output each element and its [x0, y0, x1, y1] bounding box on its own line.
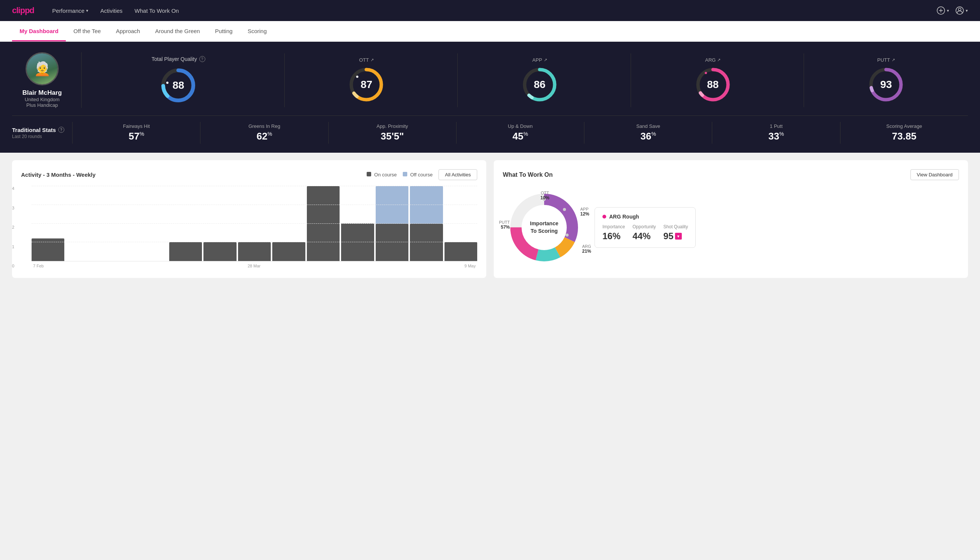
off-course-bar [376, 186, 408, 224]
bar-group [307, 186, 339, 261]
putt-section: PUTT ↗ 93 [804, 53, 968, 107]
bar-group [376, 186, 408, 261]
stat-proximity-label: App. Proximity [376, 123, 408, 129]
stat-oneputt-label: 1 Putt [770, 123, 782, 129]
view-dashboard-button[interactable]: View Dashboard [910, 169, 959, 180]
chart-header: Activity - 3 Months - Weekly On course O… [21, 169, 477, 180]
tab-my-dashboard[interactable]: My Dashboard [12, 21, 66, 42]
player-name: Blair McHarg [23, 89, 62, 97]
traditional-stats: Traditional Stats ? Last 20 rounds Fairw… [12, 122, 968, 144]
stat-greens-value: 62% [256, 130, 272, 142]
tab-putting[interactable]: Putting [208, 21, 240, 42]
on-course-bar [341, 223, 374, 261]
info-metrics: Importance 16% Opportunity 44% Shot Qual… [602, 224, 688, 242]
stat-oneputt: 1 Putt 33% [712, 122, 840, 144]
shot-quality-badge: ▼ [675, 233, 682, 240]
info-card-title: ARG Rough [602, 213, 688, 220]
bar-group [341, 186, 374, 261]
bar-group [238, 186, 271, 261]
on-course-bar [203, 242, 236, 261]
x-axis-labels: 7 Feb 28 Mar 9 May [32, 263, 477, 268]
putt-score: 93 [880, 78, 892, 91]
on-course-bar [307, 186, 339, 261]
chart-title: Activity - 3 Months - Weekly [21, 172, 95, 178]
tpq-label: Total Player Quality ? [151, 56, 205, 62]
tab-bar: My Dashboard Off the Tee Approach Around… [0, 21, 980, 42]
svg-point-30 [566, 233, 569, 237]
arg-ext-label: ARG 21% [582, 244, 591, 254]
opportunity-value: 44% [632, 231, 656, 242]
avatar: 🧑‍🦳 [26, 52, 59, 85]
user-profile-button[interactable]: ▾ [955, 6, 968, 15]
arg-trend-icon: ↗ [717, 58, 720, 62]
logo[interactable]: clippd [12, 6, 34, 15]
nav-right-actions: ▾ ▾ [937, 6, 968, 15]
on-course-legend: On course [367, 172, 397, 178]
hero-divider [12, 115, 968, 116]
ott-score: 87 [361, 78, 372, 91]
off-course-legend: Off course [403, 172, 433, 178]
top-nav: clippd Performance ▾ Activities What To … [0, 0, 980, 21]
bar-chart-wrapper: 4 3 2 1 0 7 Feb 28 [21, 186, 477, 268]
add-button[interactable]: ▾ [937, 6, 949, 15]
putt-label: PUTT ↗ [877, 57, 895, 63]
nav-activities[interactable]: Activities [100, 5, 123, 17]
stat-fairways-value: 57% [129, 130, 144, 142]
trad-stats-label-section: Traditional Stats ? Last 20 rounds [12, 127, 72, 139]
ott-trend-icon: ↗ [370, 58, 374, 62]
stat-updown-value: 45% [512, 130, 528, 142]
off-course-bar [410, 186, 443, 224]
app-label: APP ↗ [532, 57, 547, 63]
hero-section: 🧑‍🦳 Blair McHarg United Kingdom Plus Han… [0, 42, 980, 153]
importance-metric: Importance 16% [602, 224, 625, 242]
on-course-bar [272, 242, 305, 261]
on-course-bar [32, 238, 64, 261]
svg-point-12 [356, 76, 358, 78]
bar-group [444, 186, 477, 261]
chevron-down-icon: ▾ [86, 8, 88, 13]
arg-score: 88 [707, 78, 719, 91]
on-course-bar [238, 242, 271, 261]
tab-around-the-green[interactable]: Around the Green [147, 21, 207, 42]
wtwo-header: What To Work On View Dashboard [503, 169, 959, 180]
all-activities-button[interactable]: All Activities [438, 169, 477, 180]
on-course-legend-dot [367, 172, 371, 177]
tab-off-the-tee[interactable]: Off the Tee [66, 21, 108, 42]
trad-stats-label: Traditional Stats ? [12, 127, 72, 133]
y-axis-labels: 4 3 2 1 0 [12, 186, 14, 268]
ott-donut: 87 [348, 66, 385, 103]
bar-group [32, 186, 64, 261]
stat-scoring-avg-value: 73.85 [892, 130, 917, 142]
tab-approach[interactable]: Approach [108, 21, 147, 42]
arg-donut: 88 [694, 66, 732, 103]
tab-scoring[interactable]: Scoring [240, 21, 274, 42]
stat-fairways: Fairways Hit 57% [72, 122, 200, 144]
stat-sandsave: Sand Save 36% [584, 122, 712, 144]
putt-trend-icon: ↗ [892, 58, 895, 62]
on-course-bar [169, 242, 202, 261]
nav-performance[interactable]: Performance ▾ [52, 5, 88, 17]
player-handicap: Plus Handicap [26, 102, 58, 108]
shot-quality-metric: Shot Quality 95 ▼ [663, 224, 688, 242]
tpq-donut: 88 [160, 67, 197, 104]
svg-point-8 [166, 82, 168, 84]
app-score: 86 [534, 78, 545, 91]
help-icon[interactable]: ? [199, 56, 205, 62]
trad-help-icon[interactable]: ? [58, 127, 64, 133]
on-course-bar [376, 224, 408, 262]
putt-ext-label: PUTT 57% [499, 220, 510, 230]
app-ext-label: APP 12% [580, 207, 589, 217]
bar-group [410, 186, 443, 261]
stat-greens-label: Greens In Reg [249, 123, 281, 129]
importance-label: Importance [602, 224, 625, 229]
arg-section: ARG ↗ 88 [631, 53, 795, 107]
stat-updown: Up & Down 45% [456, 122, 584, 144]
stat-scoring-avg-label: Scoring Average [886, 123, 922, 129]
stat-oneputt-value: 33% [768, 130, 784, 142]
arg-rough-dot [602, 215, 606, 218]
wtwo-title: What To Work On [503, 172, 553, 178]
bar-group [66, 186, 98, 261]
nav-what-to-work-on[interactable]: What To Work On [135, 5, 179, 17]
app-donut: 86 [521, 66, 559, 103]
putt-donut: 93 [867, 66, 905, 103]
